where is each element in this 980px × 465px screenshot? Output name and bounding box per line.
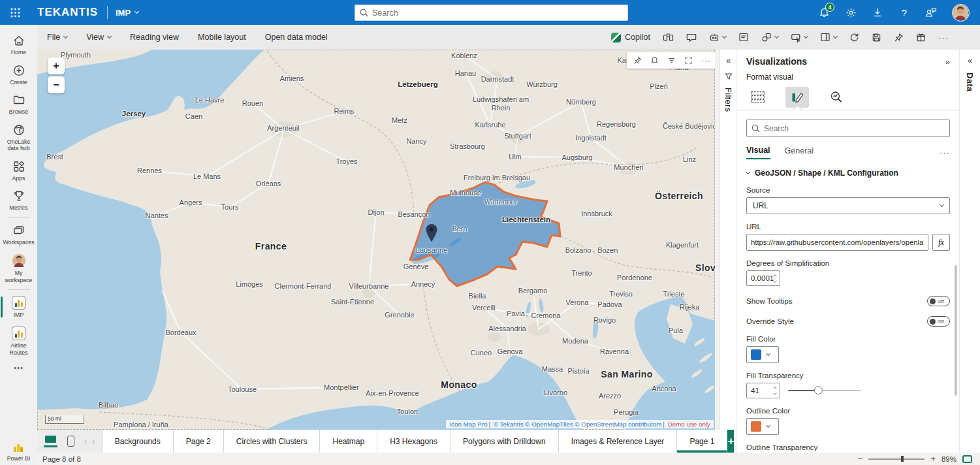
- more-options-icon[interactable]: ···: [701, 56, 711, 65]
- page-tab-h3-hexagons[interactable]: H3 Hexagons: [377, 430, 450, 453]
- sidebar-item-create[interactable]: Create: [0, 60, 37, 90]
- global-search[interactable]: [355, 5, 628, 21]
- page-tab-page-2[interactable]: Page 2: [174, 430, 224, 453]
- attribution-osm-link[interactable]: © OpenStreetMap contributors: [575, 421, 661, 428]
- data-pane-title[interactable]: Data: [965, 72, 975, 91]
- tabs-more-icon[interactable]: ···: [940, 148, 950, 157]
- show-tooltips-toggle[interactable]: Off: [927, 296, 950, 306]
- report-icon: [12, 327, 25, 340]
- account-avatar[interactable]: [952, 4, 970, 22]
- page-tab-polygons-with-drilldown[interactable]: Polygons with Drilldown: [450, 430, 559, 453]
- tab-general[interactable]: General: [785, 146, 814, 159]
- save-button[interactable]: [872, 33, 881, 42]
- page-tab-backgrounds[interactable]: Backgrounds: [102, 430, 174, 453]
- focus-mode-icon[interactable]: [684, 56, 693, 65]
- menu-item-mobile-layout[interactable]: Mobile layout: [198, 33, 246, 42]
- collapse-panel-icon[interactable]: »: [945, 57, 950, 67]
- workspace-switcher[interactable]: IMP: [116, 8, 138, 18]
- gift-button[interactable]: [916, 33, 926, 42]
- stepper-arrows[interactable]: [774, 275, 780, 282]
- buttons-menu-button[interactable]: [791, 32, 808, 42]
- refresh-button[interactable]: [849, 33, 859, 42]
- alert-icon[interactable]: [650, 56, 659, 65]
- copilot-button[interactable]: Copilot: [611, 33, 650, 42]
- menu-item-open-data-model[interactable]: Open data model: [265, 33, 328, 42]
- comment-button[interactable]: [686, 32, 697, 42]
- menu-item-file[interactable]: File: [47, 33, 67, 42]
- search-input[interactable]: [372, 8, 623, 18]
- zoom-in-icon[interactable]: +: [930, 454, 936, 464]
- filters-pane-title[interactable]: Filters: [723, 88, 733, 112]
- mobile-view-button[interactable]: [67, 436, 74, 447]
- fields-tab-icon[interactable]: [746, 87, 770, 108]
- sidebar-item-my-workspace[interactable]: My workspace: [0, 249, 37, 287]
- url-input[interactable]: [746, 234, 928, 251]
- page-tab-images-reference-layer[interactable]: Images & Reference Layer: [559, 430, 678, 453]
- sidebar-item-home[interactable]: Home: [0, 30, 37, 60]
- page-tab-circles-with-clusters[interactable]: Circles with Clusters: [224, 430, 321, 453]
- filter-icon[interactable]: [667, 56, 676, 65]
- stepper-arrows[interactable]: [774, 387, 780, 394]
- source-select[interactable]: URL: [746, 197, 950, 214]
- sidebar-more-button[interactable]: •••: [0, 360, 37, 376]
- icon-map-visual[interactable]: PlymouthAmiensKoblenzHanauLëtzebuergDarm…: [37, 50, 715, 430]
- more-options-button[interactable]: ···: [938, 33, 949, 42]
- menu-item-view[interactable]: View: [86, 33, 111, 42]
- app-launcher-icon[interactable]: [10, 8, 20, 18]
- expand-data-icon[interactable]: «: [968, 56, 972, 65]
- explore-button[interactable]: [663, 32, 674, 42]
- map-pin-marker[interactable]: [424, 223, 439, 243]
- tab-visual[interactable]: Visual: [746, 146, 770, 159]
- zoom-slider[interactable]: [868, 456, 925, 462]
- shapes-button[interactable]: [761, 32, 778, 42]
- settings-button[interactable]: [845, 7, 857, 18]
- menu-item-reading-view[interactable]: Reading view: [130, 33, 179, 42]
- attribution-openmaptiles-link[interactable]: © OpenMapTiles: [525, 421, 573, 428]
- sidebar-item-onelake[interactable]: OneLake data hub: [0, 120, 37, 156]
- override-style-toggle[interactable]: Off: [927, 316, 950, 327]
- fill-color-picker[interactable]: [746, 346, 779, 363]
- analytics-tab-icon[interactable]: [825, 87, 848, 108]
- brand-logo[interactable]: TEKANTIS: [37, 6, 98, 19]
- map-zoom-in-button[interactable]: +: [48, 57, 65, 74]
- map-label: Villeurbanne: [349, 282, 389, 290]
- sidebar-item-airline-routes[interactable]: Airline Routes: [0, 323, 37, 360]
- fx-conditional-format-button[interactable]: fx: [932, 234, 950, 251]
- fill-transparency-slider[interactable]: [788, 386, 861, 395]
- simplification-stepper[interactable]: 0.0001: [746, 270, 780, 286]
- attribution-product-link[interactable]: Icon Map Pro: [449, 421, 487, 428]
- fill-transparency-stepper[interactable]: 41: [746, 383, 780, 398]
- sidebar-item-browse[interactable]: Browse: [0, 89, 37, 120]
- pin-visual-icon[interactable]: [633, 56, 642, 65]
- fit-to-page-icon[interactable]: [962, 455, 972, 463]
- sidebar-item-metrics[interactable]: Metrics: [0, 185, 37, 216]
- page-tab-page-1[interactable]: Page 1: [677, 430, 727, 453]
- feedback-button[interactable]: [925, 7, 937, 18]
- geojson-section-header[interactable]: GeoJSON / Shape / KML Configuration: [746, 168, 950, 178]
- help-button[interactable]: ?: [898, 7, 910, 18]
- add-page-button[interactable]: +: [727, 430, 734, 453]
- format-search-input[interactable]: [764, 124, 945, 133]
- outline-color-picker[interactable]: [746, 418, 779, 435]
- format-search[interactable]: [746, 120, 950, 137]
- ai-visual-button[interactable]: [709, 32, 726, 42]
- download-button[interactable]: [872, 7, 883, 18]
- panel-scrollbar[interactable]: [955, 265, 957, 396]
- map-zoom-out-button[interactable]: −: [48, 76, 65, 93]
- page-tab-heatmap[interactable]: Heatmap: [320, 430, 377, 453]
- text-box-button[interactable]: [738, 32, 749, 42]
- layout-button[interactable]: [820, 32, 837, 42]
- sidebar-item-imp[interactable]: IMP: [0, 292, 37, 323]
- tab-scroll-arrows[interactable]: ‹›: [84, 436, 95, 446]
- attribution-tekantis-link[interactable]: © Tekantis: [494, 421, 524, 428]
- pin-button[interactable]: [894, 33, 904, 42]
- desktop-view-button[interactable]: [44, 436, 57, 447]
- bot-icon: [709, 32, 719, 42]
- expand-filters-icon[interactable]: «: [726, 56, 731, 65]
- zoom-out-icon[interactable]: −: [858, 454, 863, 464]
- map-label: Lëtzebuerg: [398, 80, 437, 88]
- sidebar-item-apps[interactable]: Apps: [0, 156, 37, 186]
- map-label: Toulouse: [228, 385, 257, 393]
- notifications-button[interactable]: 4: [818, 7, 830, 18]
- sidebar-item-workspaces[interactable]: Workspaces: [0, 220, 37, 250]
